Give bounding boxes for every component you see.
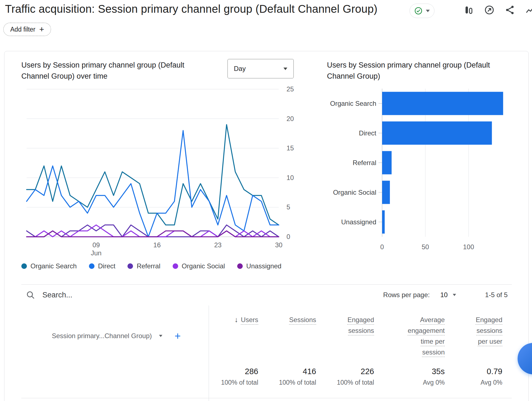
chart-legend: Organic Search Direct Referral Organic S… <box>21 262 282 270</box>
line-chart: 051015202509Jun162330 <box>21 86 301 258</box>
granularity-select[interactable]: Day <box>227 59 294 78</box>
svg-text:Organic Search: Organic Search <box>330 100 376 107</box>
legend-dot <box>21 263 27 269</box>
legend-label: Direct <box>98 262 116 270</box>
legend-dot <box>237 263 243 269</box>
pagination-range: 1-5 of 5 <box>485 291 508 299</box>
total-avg-engagement-time: 35s Avg 0% <box>374 367 445 386</box>
search-input[interactable] <box>42 291 181 299</box>
dimension-header-label: Session primary...Channel Group) <box>52 332 152 340</box>
svg-text:23: 23 <box>214 241 222 249</box>
check-circle-icon <box>414 7 423 15</box>
column-header-sessions[interactable]: Sessions <box>258 310 316 358</box>
bar-chart: 050100Organic SearchDirectReferralOrgani… <box>327 86 526 258</box>
total-sub: Avg 0% <box>374 379 445 386</box>
table-search-row: Rows per page: 10 1-5 of 5 <box>4 284 529 305</box>
legend-dot <box>173 263 178 269</box>
legend-item: Direct <box>89 262 116 270</box>
total-sub: 100% of total <box>209 379 258 386</box>
total-value: 226 <box>316 367 374 376</box>
column-header-label: Engaged sessions <box>338 314 374 336</box>
total-users: 286 100% of total <box>209 367 258 386</box>
table-totals-row: 286 100% of total 416 100% of total 226 … <box>21 367 502 386</box>
column-header-engaged-sessions[interactable]: Engaged sessions <box>316 310 374 358</box>
column-header-users[interactable]: ↓ Users <box>209 310 258 358</box>
total-sub: 100% of total <box>258 379 316 386</box>
dropdown-caret-icon <box>283 68 287 70</box>
svg-text:15: 15 <box>287 144 294 152</box>
svg-text:Referral: Referral <box>353 159 376 166</box>
report-card: Users by Session primary channel group (… <box>4 51 529 401</box>
table-header-row: Session primary...Channel Group) + ↓ Use… <box>21 310 502 358</box>
column-header-avg-engagement-time[interactable]: Average engagement time per session <box>374 310 445 358</box>
bar-chart-title: Users by Session primary channel group (… <box>327 60 515 82</box>
total-engaged-sessions: 226 100% of total <box>316 367 374 386</box>
total-sessions: 416 100% of total <box>258 367 316 386</box>
total-value: 286 <box>209 367 258 376</box>
rows-per-page: Rows per page: 10 1-5 of 5 <box>383 291 508 299</box>
legend-item: Organic Social <box>173 262 225 270</box>
svg-text:16: 16 <box>153 241 161 249</box>
total-value: 416 <box>258 367 316 376</box>
total-sub: Avg 0% <box>445 379 502 386</box>
svg-text:100: 100 <box>463 243 474 251</box>
legend-dot <box>89 263 94 269</box>
svg-text:09: 09 <box>93 241 100 249</box>
total-engaged-sessions-per-user: 0.79 Avg 0% <box>445 367 502 386</box>
svg-text:Organic Social: Organic Social <box>333 189 376 196</box>
legend-item: Unassigned <box>237 262 282 270</box>
total-sub: 100% of total <box>316 379 374 386</box>
plus-icon: + <box>39 25 44 34</box>
column-header-label: Users <box>241 314 258 325</box>
report-status-badge[interactable] <box>410 4 434 18</box>
search-icon <box>26 290 35 300</box>
svg-text:Unassigned: Unassigned <box>341 218 376 226</box>
add-filter-label: Add filter <box>10 26 35 33</box>
svg-text:50: 50 <box>422 243 429 251</box>
caret-down-icon <box>426 10 430 12</box>
add-filter-button[interactable]: Add filter + <box>3 23 51 36</box>
share-icon[interactable] <box>504 4 515 16</box>
total-value: 35s <box>374 367 445 376</box>
column-header-label: Sessions <box>289 314 316 325</box>
rows-per-page-label: Rows per page: <box>383 291 430 299</box>
svg-text:30: 30 <box>275 241 283 249</box>
column-header-engaged-sessions-per-user[interactable]: Engaged sessions per user <box>445 310 502 358</box>
rows-per-page-select[interactable]: 10 <box>440 291 456 299</box>
column-header-label: Average engagement time per session <box>403 314 445 358</box>
svg-text:Direct: Direct <box>359 129 376 137</box>
legend-label: Organic Search <box>30 262 77 270</box>
report-toolbar <box>463 4 532 16</box>
legend-item: Organic Search <box>21 262 77 270</box>
svg-text:0: 0 <box>380 243 384 251</box>
svg-text:10: 10 <box>287 174 294 181</box>
column-caret-icon[interactable] <box>159 335 162 337</box>
rows-caret-icon <box>453 294 456 296</box>
svg-text:0: 0 <box>287 233 290 240</box>
total-value: 0.79 <box>445 367 502 376</box>
legend-item: Referral <box>127 262 160 270</box>
svg-text:20: 20 <box>287 115 294 122</box>
comparison-icon[interactable] <box>463 4 474 16</box>
insights-icon[interactable] <box>525 4 532 16</box>
table-row-divider <box>21 398 512 398</box>
trend-circle-icon[interactable] <box>484 4 495 16</box>
add-column-icon[interactable]: + <box>175 331 181 341</box>
svg-text:25: 25 <box>287 86 294 93</box>
svg-text:Jun: Jun <box>91 249 102 257</box>
totals-spacer <box>21 367 209 386</box>
legend-label: Unassigned <box>246 262 282 270</box>
dimension-header: Session primary...Channel Group) + <box>21 310 209 358</box>
svg-text:5: 5 <box>287 203 290 211</box>
legend-label: Organic Social <box>182 262 225 270</box>
granularity-value: Day <box>234 65 246 73</box>
sort-desc-icon: ↓ <box>234 314 238 325</box>
line-chart-title: Users by Session primary channel group (… <box>21 60 210 82</box>
rows-per-page-value: 10 <box>440 291 448 299</box>
legend-label: Referral <box>137 262 160 270</box>
page-title: Traffic acquisition: Session primary cha… <box>5 3 377 15</box>
legend-dot <box>127 263 133 269</box>
column-header-label: Engaged sessions per user <box>470 314 502 347</box>
